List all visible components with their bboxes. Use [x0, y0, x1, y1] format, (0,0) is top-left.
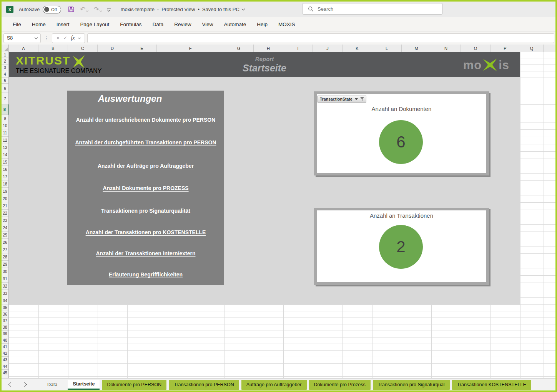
- sheet-tab-transaktionen-kostenstelle[interactable]: Transaktionen KOSTENSTELLE: [452, 380, 531, 390]
- panel-link-transaktionen-pro-signaturqualit-t[interactable]: Transaktionen pro Signaturqualität: [67, 208, 224, 214]
- ribbon-tab-data[interactable]: Data: [147, 17, 169, 31]
- column-header-c[interactable]: C: [68, 45, 98, 52]
- sheet-tab-dokumente-pro-person[interactable]: Dokumente pro PERSON: [102, 380, 166, 390]
- ribbon-tab-insert[interactable]: Insert: [51, 17, 75, 31]
- panel-link-anzahl-der-auftr-ge-pro-auftraggeber[interactable]: Anzahl der Aufträge pro Auftraggeber: [67, 163, 224, 169]
- row-header-9[interactable]: 9: [2, 115, 8, 122]
- row-header-41[interactable]: 41: [2, 344, 8, 350]
- name-box-chevron-icon[interactable]: [35, 36, 38, 39]
- row-header-4[interactable]: 4: [2, 71, 8, 78]
- row-header-1[interactable]: 1: [2, 52, 8, 58]
- redo-icon[interactable]: ↷: [93, 6, 101, 13]
- sheet-tab-startseite[interactable]: Startseite: [68, 380, 100, 390]
- row-header-33[interactable]: 33: [2, 290, 8, 297]
- row-header-40[interactable]: 40: [2, 337, 8, 344]
- column-header-h[interactable]: H: [254, 45, 283, 52]
- next-sheet-icon[interactable]: [22, 382, 27, 387]
- row-header-16[interactable]: 16: [2, 166, 8, 173]
- row-header-14[interactable]: 14: [2, 151, 8, 159]
- formula-input[interactable]: [87, 33, 554, 43]
- column-header-j[interactable]: J: [313, 45, 343, 52]
- row-header-44[interactable]: 44: [2, 363, 8, 370]
- row-header-32[interactable]: 32: [2, 283, 8, 290]
- panel-link-erl-uterung-begrifflichkeiten[interactable]: Erläuterung Begrifflichkeiten: [67, 271, 224, 278]
- excel-app-icon[interactable]: X: [6, 6, 13, 13]
- column-header-q[interactable]: Q: [520, 45, 544, 52]
- row-header-25[interactable]: 25: [2, 232, 8, 239]
- row-header-37[interactable]: 37: [2, 318, 8, 324]
- panel-link-anzahl-der-unterschriebenen-dokumente-pro-person[interactable]: Anzahl der unterschriebenen Dokumente pr…: [67, 117, 224, 123]
- ribbon-tab-formulas[interactable]: Formulas: [115, 17, 147, 31]
- column-header-i[interactable]: I: [283, 45, 313, 52]
- column-header-d[interactable]: D: [98, 45, 127, 52]
- search-input[interactable]: Search: [302, 3, 443, 15]
- panel-link-anzahl-dokumente-pro-prozess[interactable]: Anzahl Dokumente pro PROZESS: [67, 185, 224, 191]
- cancel-icon[interactable]: ×: [57, 35, 60, 41]
- row-header-24[interactable]: 24: [2, 224, 8, 232]
- sheet-tab-transaktionen-pro-signaturqual[interactable]: Transaktionen pro Signaturqual: [373, 380, 450, 390]
- row-header-39[interactable]: 39: [2, 331, 8, 337]
- column-header-g[interactable]: G: [224, 45, 254, 52]
- column-header-p[interactable]: P: [490, 45, 520, 52]
- row-header-27[interactable]: 27: [2, 246, 8, 253]
- ribbon-tab-home[interactable]: Home: [27, 17, 51, 31]
- chevron-down-icon[interactable]: [242, 7, 245, 10]
- row-header-28[interactable]: 28: [2, 253, 8, 261]
- row-header-23[interactable]: 23: [2, 217, 8, 224]
- column-header-k[interactable]: K: [343, 45, 372, 52]
- ribbon-tab-review[interactable]: Review: [169, 17, 196, 31]
- previous-sheet-icon[interactable]: [8, 382, 13, 387]
- row-header-26[interactable]: 26: [2, 239, 8, 246]
- row-header-29[interactable]: 29: [2, 261, 8, 268]
- insert-function-icon[interactable]: fx: [71, 35, 75, 41]
- column-header-r[interactable]: R: [544, 45, 557, 52]
- row-header-36[interactable]: 36: [2, 311, 8, 318]
- row-header-42[interactable]: 42: [2, 350, 8, 357]
- row-header-15[interactable]: 15: [2, 159, 8, 166]
- sheet-tab-dokumente-pro-prozess[interactable]: Dokumente pro Prozess: [309, 380, 371, 390]
- ribbon-tab-file[interactable]: File: [7, 17, 27, 31]
- ribbon-tab-moxis[interactable]: MOXIS: [273, 17, 301, 31]
- column-header-b[interactable]: B: [38, 45, 68, 52]
- row-header-11[interactable]: 11: [2, 129, 8, 137]
- select-all-corner[interactable]: [2, 45, 9, 52]
- transactionstate-filter-button[interactable]: TransactionState: [318, 96, 366, 103]
- sheet-tab-auftr-ge-pro-auftraggeber[interactable]: Aufträge pro Auftraggeber: [241, 380, 307, 390]
- column-header-m[interactable]: M: [402, 45, 431, 52]
- sheet-area[interactable]: ABCDEFGHIJKLMNOPQR 123456789101112131415…: [0, 45, 557, 378]
- column-header-n[interactable]: N: [431, 45, 461, 52]
- row-header-38[interactable]: 38: [2, 324, 8, 331]
- panel-link-anzahl-der-durchgef-hrten-transaktionen-pro-person[interactable]: Anzahl der durchgeführten Transaktionen …: [67, 139, 224, 146]
- row-header-34[interactable]: 34: [2, 297, 8, 304]
- row-header-5[interactable]: 5: [2, 78, 8, 84]
- row-header-35[interactable]: 35: [2, 304, 8, 311]
- sheet-tab-transaktionen-pro-person[interactable]: Transaktionen pro PERSON: [169, 380, 239, 390]
- row-header-13[interactable]: 13: [2, 144, 8, 151]
- row-header-8[interactable]: 8: [2, 104, 8, 115]
- row-header-3[interactable]: 3: [2, 65, 8, 71]
- column-header-a[interactable]: A: [9, 45, 38, 52]
- row-header-12[interactable]: 12: [2, 137, 8, 144]
- customize-toolbar-icon[interactable]: [107, 8, 111, 11]
- row-header-17[interactable]: 17: [2, 173, 8, 180]
- column-header-f[interactable]: F: [157, 45, 224, 52]
- column-header-e[interactable]: E: [127, 45, 157, 52]
- row-header-2[interactable]: 2: [2, 58, 8, 65]
- row-header-10[interactable]: 10: [2, 122, 8, 129]
- panel-link-anzahl-der-transaktionen-pro-kostenstelle[interactable]: Anzahl der Transaktionen pro KOSTENSTELL…: [67, 229, 224, 235]
- sheet-tab-data[interactable]: Data: [42, 380, 62, 390]
- row-header-20[interactable]: 20: [2, 195, 8, 202]
- row-header-18[interactable]: 18: [2, 180, 8, 188]
- undo-icon[interactable]: ↶: [80, 6, 88, 13]
- row-header-30[interactable]: 30: [2, 268, 8, 275]
- row-header-43[interactable]: 43: [2, 357, 8, 363]
- column-header-o[interactable]: O: [461, 45, 490, 52]
- ribbon-tab-help[interactable]: Help: [251, 17, 273, 31]
- column-header-l[interactable]: L: [372, 45, 402, 52]
- row-header-21[interactable]: 21: [2, 202, 8, 210]
- panel-link-anzahl-der-transaktionen-intern-extern[interactable]: Anzahl der Transaktionen intern/extern: [67, 250, 224, 256]
- row-header-7[interactable]: 7: [2, 93, 8, 104]
- row-header-6[interactable]: 6: [2, 84, 8, 93]
- save-icon[interactable]: [68, 6, 75, 13]
- enter-icon[interactable]: ✓: [63, 35, 67, 41]
